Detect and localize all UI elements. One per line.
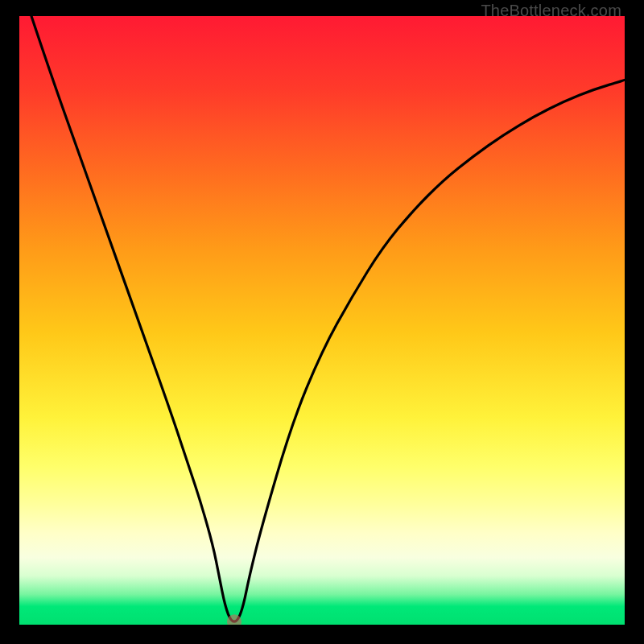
chart-frame: TheBottleneck.com [0, 0, 644, 644]
chart-plot-area [19, 16, 625, 625]
curve-line [31, 16, 625, 621]
bottleneck-curve [19, 16, 625, 625]
minimum-dot [227, 614, 242, 625]
